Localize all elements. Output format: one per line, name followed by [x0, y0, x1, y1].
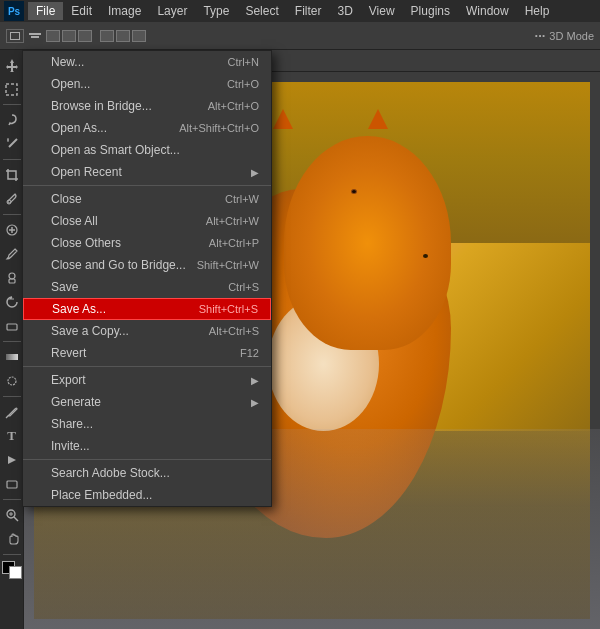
tool-separator-7: [3, 554, 21, 555]
gradient-tool[interactable]: [1, 346, 23, 368]
menu-save-copy[interactable]: Save a Copy... Alt+Ctrl+S: [23, 320, 271, 342]
menu-item-file[interactable]: File: [28, 2, 63, 20]
main-layout: T ‹ image.jpg @ 100% (Layer 0, RGB/8#)*: [0, 50, 600, 629]
menu-open-smart[interactable]: Open as Smart Object...: [23, 139, 271, 161]
eraser-tool[interactable]: [1, 315, 23, 337]
menu-item-edit[interactable]: Edit: [63, 2, 100, 20]
separator-2: [23, 366, 271, 367]
menu-open[interactable]: Open... Ctrl+O: [23, 73, 271, 95]
menu-open-recent-label: Open Recent: [51, 165, 122, 179]
menu-item-select[interactable]: Select: [237, 2, 286, 20]
menu-close-all-shortcut: Alt+Ctrl+W: [206, 215, 259, 227]
dist-btn-3[interactable]: [132, 30, 146, 42]
align-btn-1[interactable]: [46, 30, 60, 42]
menu-revert[interactable]: Revert F12: [23, 342, 271, 364]
eyedropper-tool[interactable]: [1, 188, 23, 210]
dist-btn-1[interactable]: [100, 30, 114, 42]
fox-head: [284, 136, 451, 351]
svg-line-17: [14, 517, 18, 521]
mode-label-3d: 3D Mode: [549, 30, 594, 42]
menu-new[interactable]: New... Ctrl+N: [23, 51, 271, 73]
menu-export[interactable]: Export ▶: [23, 369, 271, 391]
history-tool[interactable]: [1, 291, 23, 313]
menu-save-shortcut: Ctrl+S: [228, 281, 259, 293]
dist-btn-2[interactable]: [116, 30, 130, 42]
menu-item-type[interactable]: Type: [195, 2, 237, 20]
file-menu-dropdown: New... Ctrl+N Open... Ctrl+O Browse in B…: [22, 50, 272, 507]
tool-separator-4: [3, 341, 21, 342]
align-btn-2[interactable]: [62, 30, 76, 42]
ps-logo: Ps: [4, 1, 24, 21]
crop-tool[interactable]: [1, 164, 23, 186]
menu-share[interactable]: Share...: [23, 413, 271, 435]
separator-1: [23, 185, 271, 186]
menu-invite[interactable]: Invite...: [23, 435, 271, 457]
svg-marker-0: [6, 59, 18, 72]
healing-tool[interactable]: [1, 219, 23, 241]
generate-arrow: ▶: [251, 397, 259, 408]
shapes-tool[interactable]: [1, 473, 23, 495]
menu-item-filter[interactable]: Filter: [287, 2, 330, 20]
svg-rect-10: [9, 279, 15, 283]
zoom-tool[interactable]: [1, 504, 23, 526]
menu-close-bridge[interactable]: Close and Go to Bridge... Shift+Ctrl+W: [23, 254, 271, 276]
align-btn-3[interactable]: [78, 30, 92, 42]
tool-separator-3: [3, 214, 21, 215]
menu-place-embedded[interactable]: Place Embedded...: [23, 484, 271, 506]
menu-revert-shortcut: F12: [240, 347, 259, 359]
menu-save-as[interactable]: Save As... Shift+Ctrl+S: [23, 298, 271, 320]
menu-open-recent[interactable]: Open Recent ▶: [23, 161, 271, 183]
export-arrow: ▶: [251, 375, 259, 386]
menu-close-all[interactable]: Close All Alt+Ctrl+W: [23, 210, 271, 232]
hand-tool[interactable]: [1, 528, 23, 550]
menu-save[interactable]: Save Ctrl+S: [23, 276, 271, 298]
menu-browse-bridge-shortcut: Alt+Ctrl+O: [208, 100, 259, 112]
tool-separator-2: [3, 159, 21, 160]
menu-browse-bridge[interactable]: Browse in Bridge... Alt+Ctrl+O: [23, 95, 271, 117]
menu-item-3d[interactable]: 3D: [329, 2, 360, 20]
menu-close[interactable]: Close Ctrl+W: [23, 188, 271, 210]
fox-ear-left: [273, 109, 293, 129]
magic-wand-tool[interactable]: [1, 133, 23, 155]
menu-open-as[interactable]: Open As... Alt+Shift+Ctrl+O: [23, 117, 271, 139]
pen-tool[interactable]: [1, 401, 23, 423]
clone-tool[interactable]: [1, 267, 23, 289]
menu-revert-label: Revert: [51, 346, 86, 360]
path-select-tool[interactable]: [1, 449, 23, 471]
tool-separator-1: [3, 104, 21, 105]
menu-item-image[interactable]: Image: [100, 2, 149, 20]
menu-export-label: Export: [51, 373, 86, 387]
move-tool[interactable]: [1, 54, 23, 76]
fg-bg-colors[interactable]: [2, 561, 22, 579]
menu-place-embedded-label: Place Embedded...: [51, 488, 152, 502]
more-options-dots[interactable]: ···: [535, 28, 546, 43]
menu-invite-label: Invite...: [51, 439, 90, 453]
menu-new-label: New...: [51, 55, 84, 69]
menu-close-others[interactable]: Close Others Alt+Ctrl+P: [23, 232, 271, 254]
align-icons: [28, 29, 42, 43]
menu-item-view[interactable]: View: [361, 2, 403, 20]
menu-open-label: Open...: [51, 77, 90, 91]
menu-close-all-label: Close All: [51, 214, 98, 228]
svg-point-9: [9, 273, 15, 279]
menu-item-layer[interactable]: Layer: [149, 2, 195, 20]
menu-search-stock[interactable]: Search Adobe Stock...: [23, 462, 271, 484]
menu-item-help[interactable]: Help: [517, 2, 558, 20]
menu-open-smart-label: Open as Smart Object...: [51, 143, 180, 157]
menu-close-bridge-label: Close and Go to Bridge...: [51, 258, 186, 272]
fox-nose: [423, 254, 428, 258]
menu-item-plugins[interactable]: Plugins: [403, 2, 458, 20]
menu-item-window[interactable]: Window: [458, 2, 517, 20]
menu-save-label: Save: [51, 280, 78, 294]
svg-rect-15: [7, 481, 17, 488]
lasso-tool[interactable]: [1, 109, 23, 131]
marquee-tool[interactable]: [1, 78, 23, 100]
menu-generate[interactable]: Generate ▶: [23, 391, 271, 413]
text-tool[interactable]: T: [1, 425, 23, 447]
menu-save-copy-label: Save a Copy...: [51, 324, 129, 338]
tool-separator-5: [3, 396, 21, 397]
blur-tool[interactable]: [1, 370, 23, 392]
svg-rect-1: [6, 84, 17, 95]
menu-items: File Edit Image Layer Type Select Filter…: [28, 2, 557, 20]
brush-tool[interactable]: [1, 243, 23, 265]
